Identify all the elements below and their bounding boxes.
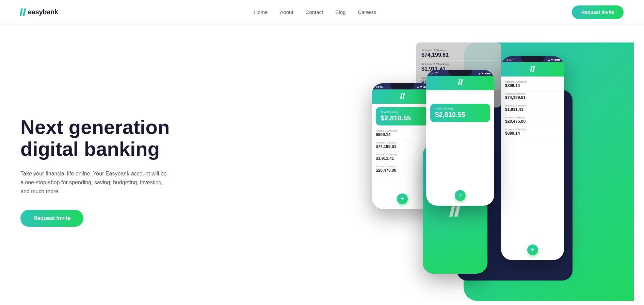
phone-4-fab[interactable]: + [527, 244, 538, 255]
nav-blog[interactable]: Blog [335, 9, 345, 15]
phone-4-logo [531, 66, 534, 72]
phone-4-screen: 14:07 ▲▼ ■■■ Account 1 Checking $899.14 … [501, 56, 564, 260]
phone-2-logo [458, 79, 462, 85]
phone-1-logo [401, 93, 404, 99]
phone-1-account-3: Account 2 Checking $1,911.41 [376, 151, 429, 163]
phone-1-fab[interactable]: + [397, 193, 408, 204]
logo[interactable]: easybank [20, 8, 58, 16]
nav-careers[interactable]: Careers [358, 9, 376, 15]
main-nav: Home About Contact Blog Careers [254, 9, 376, 15]
phone-4-header [501, 62, 564, 77]
nav-home[interactable]: Home [254, 9, 268, 15]
phone-4-account-5: Account 1 Checking $899.14 [505, 126, 560, 138]
phones-illustration: Account 2 Savings $74,199.61 Account 2 C… [355, 43, 634, 301]
nav-about[interactable]: About [280, 9, 293, 15]
header: easybank Home About Contact Blog Careers… [0, 0, 644, 24]
logo-text: easybank [28, 8, 58, 16]
overlay-item-1: Account 2 Savings $74,199.61 [421, 47, 496, 61]
hero-text-block: Next generation digital banking Take you… [20, 116, 170, 227]
phone-4-account-list: Account 1 Checking $899.14 Account 2 Sav… [501, 79, 564, 138]
phone-1-header [372, 89, 433, 104]
phone-2-screen: 14:07 ▲▼ ■■■ Total Checking $2,810.55 [426, 70, 494, 206]
logo-icon [20, 9, 25, 16]
hero-section: Next generation digital banking Take you… [0, 24, 644, 305]
phone-4-account-3: Account 2 Checking $1,911.41 [505, 102, 560, 114]
phone-4-account-1: Account 1 Checking $899.14 [505, 79, 560, 90]
nav-contact[interactable]: Contact [306, 9, 323, 15]
phone-1-account-1: Account 1 Checking $899.14 [376, 128, 429, 139]
phone-4-account-4: Account 2 Savings $20,475.00 [505, 114, 560, 126]
phone-4-account-2: Account 2 Savings $74,199.61 [505, 90, 560, 102]
phone-2: 14:07 ▲▼ ■■■ Total Checking $2,810.55 + [426, 70, 494, 206]
phone-1-notch [390, 83, 414, 89]
phone-2-balance-card: Total Checking $2,810.55 [430, 104, 490, 122]
phone-4-notch [521, 56, 545, 62]
phone-2-header [426, 76, 494, 90]
phone-4: 14:07 ▲▼ ■■■ Account 1 Checking $899.14 … [501, 56, 564, 260]
request-invite-button-header[interactable]: Request Invite [572, 5, 624, 19]
hero-description: Take your financial life online. Your Ea… [20, 169, 170, 196]
phone-1-balance-card: Total Checking $2,810.55 [376, 107, 429, 125]
phone-2-notch [448, 70, 472, 76]
phone-1-account-4: Account 2 Savings $20,475.00 [376, 163, 429, 175]
hero-title: Next generation digital banking [20, 116, 170, 160]
request-invite-button-hero[interactable]: Request Invite [20, 210, 83, 227]
phone-1-account-2: Account 2 Savings $74,199.61 [376, 139, 429, 151]
phone-2-fab[interactable]: + [455, 190, 466, 201]
